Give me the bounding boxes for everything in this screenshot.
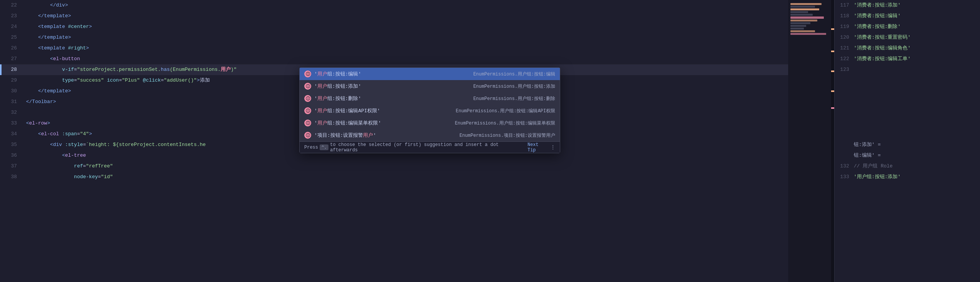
autocomplete-item-0[interactable]: ⓘ '用户组:按钮:编辑' EnumPermissions.用户组:按钮:编辑 [300, 68, 560, 80]
right-line-133: 133 '用户组:按钮:添加' [835, 172, 980, 182]
line-content-22: </div> [23, 0, 68, 11]
line-content-32 [23, 107, 26, 118]
code-line-24: 24 <template #center> [0, 21, 788, 32]
line-num-26: 26 [0, 43, 23, 54]
autocomplete-item-2[interactable]: ⓘ '用户组:按钮:删除' EnumPermissions.用户组:按钮:删除 [300, 92, 560, 105]
line-content-26: <template #right> [23, 43, 89, 54]
line-content-33: <el-row> [23, 118, 50, 129]
autocomplete-label-2: '用户组:按钮:删除' [314, 95, 462, 102]
autocomplete-type-2: EnumPermissions.用户组:按钮:删除 [465, 95, 555, 102]
line-num-22: 22 [0, 0, 23, 11]
line-num-23: 23 [0, 11, 23, 21]
code-line-27: 27 <el-button [0, 54, 788, 64]
code-panel: 22 </div> 23 </template> 24 <template #c… [0, 0, 788, 282]
right-content-130: 钮:添加' = [854, 139, 881, 150]
autocomplete-icon-1: ⓘ [304, 83, 311, 90]
autocomplete-item-4[interactable]: ⓘ '用户组:按钮:编辑菜单权限' EnumPermissions.用户组:按钮… [300, 117, 560, 129]
autocomplete-item-1[interactable]: ⓘ '用户组:按钮:添加' EnumPermissions.用户组:按钮:添加 [300, 80, 560, 92]
line-num-34: 34 [0, 129, 23, 139]
footer-press-text: Press [304, 145, 318, 150]
autocomplete-type-3: EnumPermissions.用户组:按钮:编辑API权限 [448, 108, 555, 114]
right-content-120: '消费者:按钮:重置密码' [854, 32, 911, 43]
autocomplete-type-1: EnumPermissions.用户组:按钮:添加 [465, 83, 555, 90]
right-line-123: 123 [835, 64, 980, 75]
code-line-38: 38 node-key="id" [0, 172, 788, 182]
line-content-29: type="success" icon="Plus" @click="addUs… [23, 75, 210, 86]
right-content-132: // 用户组 Role [854, 161, 893, 172]
right-panel: 117 '消费者:按钮:添加' 118 '消费者:按钮:编辑' 119 '消费者… [834, 0, 980, 282]
line-content-23: </template> [23, 11, 71, 21]
line-num-29: 29 [0, 75, 23, 86]
autocomplete-label-3: '用户组:按钮:编辑API权限' [314, 107, 445, 114]
line-content-38: node-key="id" [23, 172, 113, 182]
line-num-37: 37 [0, 161, 23, 172]
line-content-35: <div :style=`height: ${storeProject.cont… [23, 139, 206, 150]
right-line-124 [835, 75, 980, 86]
autocomplete-label-4: '用户组:按钮:编辑菜单权限' [314, 120, 444, 126]
line-num-24: 24 [0, 21, 23, 32]
right-line-120: 120 '消费者:按钮:重置密码' [835, 32, 980, 43]
right-line-132: 132 // 用户组 Role [835, 161, 980, 172]
autocomplete-type-5: EnumPermissions.项目:按钮:设置报警用户 [452, 132, 555, 139]
right-linenum-118: 118 [835, 11, 854, 21]
right-line-118: 118 '消费者:按钮:编辑' [835, 11, 980, 21]
line-num-28: 28 [0, 64, 23, 75]
autocomplete-footer: Press ^. to choose the selected (or firs… [300, 141, 560, 153]
right-line-126 [835, 97, 980, 107]
autocomplete-item-5[interactable]: ⓘ '项目:按钮:设置报警用户' EnumPermissions.项目:按钮:设… [300, 129, 560, 141]
code-line-26: 26 <template #right> [0, 43, 788, 54]
right-line-125 [835, 86, 980, 97]
right-content-121: '消费者:按钮:编辑角色' [854, 43, 911, 54]
line-num-25: 25 [0, 32, 23, 43]
autocomplete-icon-2: ⓘ [304, 95, 311, 102]
line-content-24: <template #center> [23, 21, 92, 32]
footer-description: to choose the selected (or first) sugges… [330, 142, 524, 153]
line-content-27: <el-button [23, 54, 80, 64]
footer-shortcut: ^. [320, 144, 328, 150]
right-linenum-132: 132 [835, 161, 854, 172]
autocomplete-type-4: EnumPermissions.用户组:按钮:编辑菜单权限 [447, 120, 555, 126]
right-content-133: '用户组:按钮:添加' [854, 172, 901, 182]
right-linenum-122: 122 [835, 54, 854, 64]
line-content-31: </Toolbar> [23, 97, 56, 107]
right-linenum-117: 117 [835, 0, 854, 11]
right-content-131: 钮:编辑' = [854, 150, 881, 161]
autocomplete-type-0: EnumPermissions.用户组:按钮:编辑 [465, 71, 555, 77]
editor-container: 22 </div> 23 </template> 24 <template #c… [0, 0, 980, 282]
right-line-129 [835, 129, 980, 139]
code-line-22: 22 </div> [0, 0, 788, 11]
right-line-130: 钮:添加' = [835, 139, 980, 150]
line-content-34: <el-col :span="4"> [23, 129, 92, 139]
autocomplete-icon-0: ⓘ [304, 70, 311, 77]
right-content-119: '消费者:按钮:删除' [854, 21, 901, 32]
right-line-131: 钮:编辑' = [835, 150, 980, 161]
line-num-33: 33 [0, 118, 23, 129]
next-tip-button[interactable]: Next Tip [528, 142, 549, 153]
line-num-36: 36 [0, 150, 23, 161]
line-num-31: 31 [0, 97, 23, 107]
autocomplete-item-3[interactable]: ⓘ '用户组:按钮:编辑API权限' EnumPermissions.用户组:按… [300, 105, 560, 117]
autocomplete-icon-5: ⓘ [304, 132, 311, 139]
right-content-118: '消费者:按钮:编辑' [854, 11, 901, 21]
minimap-panel [788, 0, 834, 282]
right-line-122: 122 '消费者:按钮:编辑工单' [835, 54, 980, 64]
right-linenum-120: 120 [835, 32, 854, 43]
code-line-23: 23 </template> [0, 11, 788, 21]
line-num-30: 30 [0, 86, 23, 97]
line-content-36: <el-tree [23, 150, 86, 161]
line-num-32: 32 [0, 107, 23, 118]
line-num-38: 38 [0, 172, 23, 182]
right-linenum-133: 133 [835, 172, 854, 182]
right-linenum-121: 121 [835, 43, 854, 54]
autocomplete-label-0: '用户组:按钮:编辑' [314, 70, 462, 77]
autocomplete-icon-4: ⓘ [304, 120, 311, 126]
right-content-117: '消费者:按钮:添加' [854, 0, 901, 11]
autocomplete-popup: ⓘ '用户组:按钮:编辑' EnumPermissions.用户组:按钮:编辑 … [299, 67, 560, 153]
right-content-122: '消费者:按钮:编辑工单' [854, 54, 911, 64]
autocomplete-icon-3: ⓘ [304, 107, 311, 114]
footer-more-button[interactable]: ⋮ [551, 144, 555, 150]
right-line-128 [835, 118, 980, 129]
right-line-119: 119 '消费者:按钮:删除' [835, 21, 980, 32]
right-line-127 [835, 107, 980, 118]
line-content-25: </template> [23, 32, 71, 43]
